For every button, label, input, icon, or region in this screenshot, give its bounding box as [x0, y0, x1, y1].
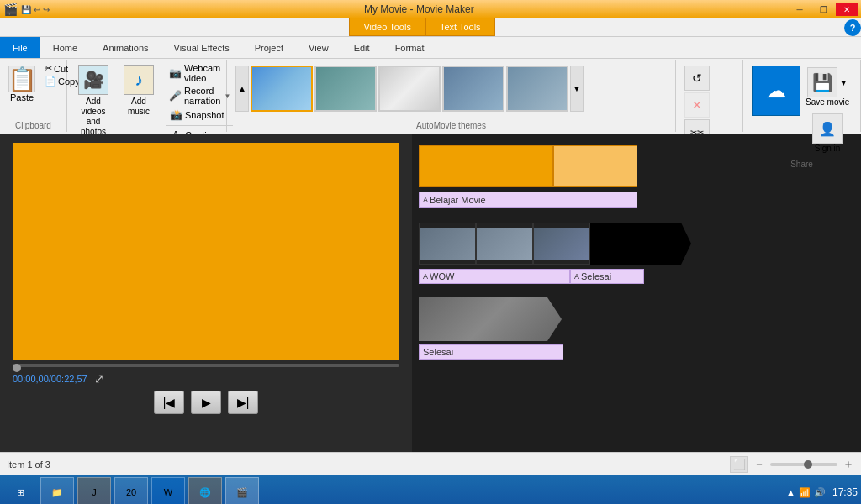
- cut-label: Cut: [54, 64, 68, 74]
- copy-icon: 📄: [45, 76, 56, 87]
- themes-content: ▲ ▼: [232, 62, 587, 115]
- seek-bar[interactable]: [13, 364, 399, 367]
- rotate-left-button[interactable]: ↺: [684, 66, 710, 91]
- preview-panel: 00:00,00/00:22,57 ⤢ |◀ ▶ ▶|: [0, 134, 412, 452]
- selesai-label-2: Selesai: [419, 344, 563, 360]
- add-videos-button[interactable]: 🎥 Add videos and photos: [72, 62, 114, 139]
- webcam-button[interactable]: 📷 Webcam video: [166, 62, 233, 84]
- seek-thumb[interactable]: [13, 364, 21, 372]
- record-narration-button[interactable]: 🎤 Record narration ▼: [166, 85, 233, 107]
- zoom-thumb[interactable]: [804, 460, 812, 469]
- add-music-button[interactable]: ♪ Add music: [118, 62, 160, 119]
- tab-visual-effects[interactable]: Visual Effects: [161, 37, 242, 58]
- taskbar-app-folder[interactable]: 📁: [40, 477, 74, 504]
- zoom-in-button[interactable]: ＋: [843, 457, 854, 472]
- tab-text-tools[interactable]: Text Tools: [425, 18, 495, 36]
- theme-5[interactable]: [506, 66, 568, 112]
- window-title: My Movie - Movie Maker: [364, 3, 474, 15]
- preview-controls: 00:00,00/00:22,57 ⤢: [13, 372, 399, 386]
- restore-button[interactable]: ❐: [812, 3, 834, 16]
- snapshot-icon: 📸: [169, 108, 182, 122]
- theme-5-preview: [508, 67, 567, 110]
- system-tray: ▲ 📶 🔊: [786, 487, 826, 498]
- theme-3[interactable]: [378, 66, 441, 112]
- delete-button[interactable]: ✕: [684, 92, 710, 118]
- status-bar: Item 1 of 3 ⬜ － ＋: [0, 452, 861, 475]
- webcam-label: Webcam video: [184, 63, 230, 83]
- add-music-icon: ♪: [124, 65, 154, 95]
- record-narration-label: Record narration: [184, 86, 221, 106]
- system-clock[interactable]: 17:35: [832, 486, 858, 498]
- zoom-slider[interactable]: [770, 463, 837, 466]
- clip-orange-1[interactable]: [419, 145, 553, 187]
- theme-1-preview: [252, 67, 311, 110]
- film-frame-1[interactable]: [419, 223, 476, 265]
- taskbar-app-browser[interactable]: 🌐: [188, 477, 222, 504]
- tab-edit[interactable]: Edit: [341, 37, 383, 58]
- taskbar: ⊞ 📁 J 20 W 🌐 🎬 ▲ 📶 🔊 17:35: [0, 475, 861, 504]
- paste-label: Paste: [10, 92, 34, 102]
- wow-selesai-captions: A WOW A Selesai: [419, 269, 854, 284]
- clipboard-section-title: Clipboard: [5, 119, 61, 130]
- taskbar-app-2[interactable]: J: [77, 477, 111, 504]
- snapshot-button[interactable]: 📸 Snapshot: [166, 108, 233, 123]
- pending-clip[interactable]: [419, 297, 562, 341]
- tab-animations[interactable]: Animations: [90, 37, 161, 58]
- status-right: ⬜ － ＋: [730, 456, 854, 473]
- selesai-text: Selesai: [423, 347, 453, 357]
- tab-format[interactable]: Format: [383, 37, 437, 58]
- microphone-icon: 🎤: [169, 89, 182, 102]
- taskbar-app-20[interactable]: 20: [114, 477, 148, 504]
- add-music-label: Add music: [120, 97, 157, 117]
- tab-home[interactable]: Home: [40, 37, 90, 58]
- fit-to-window-button[interactable]: ⬜: [730, 456, 748, 473]
- save-movie-button[interactable]: 💾 ▼ Save movie: [804, 66, 851, 108]
- taskbar-app-word[interactable]: W: [151, 477, 185, 504]
- save-movie-dropdown[interactable]: ▼: [839, 78, 848, 87]
- themes-scroll-down[interactable]: ▼: [570, 66, 584, 112]
- paste-button[interactable]: 📋 Paste: [5, 62, 39, 106]
- tab-file[interactable]: File: [0, 37, 40, 58]
- playback-buttons: |◀ ▶ ▶|: [154, 391, 258, 414]
- onedrive-button[interactable]: ☁: [752, 66, 800, 116]
- context-tab-bar: Video Tools Text Tools ?: [0, 18, 861, 37]
- start-button[interactable]: ⊞: [3, 477, 37, 504]
- tab-project[interactable]: Project: [242, 37, 296, 58]
- webcam-icon: 📷: [169, 66, 182, 80]
- black-arrow-clip[interactable]: [590, 223, 691, 265]
- clip-orange-light-1[interactable]: [553, 145, 637, 187]
- themes-scroll-up[interactable]: ▲: [235, 66, 249, 112]
- theme-3-preview: [380, 67, 439, 110]
- ribbon-tab-bar: File Home Animations Visual Effects Proj…: [0, 37, 861, 59]
- expand-button[interactable]: ⤢: [94, 372, 104, 386]
- rewind-button[interactable]: |◀: [154, 391, 184, 414]
- share-section-title: Share: [748, 158, 855, 169]
- play-button[interactable]: ▶: [191, 391, 221, 414]
- help-button[interactable]: ?: [844, 19, 861, 36]
- film-frame-3[interactable]: [533, 223, 590, 265]
- tab-view[interactable]: View: [296, 37, 341, 58]
- minimize-button[interactable]: ─: [789, 3, 811, 16]
- tab-video-tools[interactable]: Video Tools: [349, 18, 425, 36]
- theme-4[interactable]: [442, 66, 504, 112]
- taskbar-app-movie[interactable]: 🎬: [225, 477, 259, 504]
- theme-1[interactable]: [251, 66, 313, 112]
- fast-forward-button[interactable]: ▶|: [228, 391, 258, 414]
- film-frame-2[interactable]: [476, 223, 533, 265]
- close-button[interactable]: ✕: [836, 3, 858, 16]
- item-count: Item 1 of 3: [7, 459, 50, 470]
- theme-2[interactable]: [314, 66, 377, 112]
- paste-icon: 📋: [8, 66, 35, 92]
- timeline-row-2: A WOW A Selesai: [419, 218, 854, 284]
- theme-4-preview: [444, 67, 503, 110]
- save-movie-label: Save movie: [806, 97, 849, 107]
- clip-track-3: [419, 294, 854, 344]
- theme-2-preview: [316, 67, 375, 110]
- tray-chevron[interactable]: ▲: [786, 487, 795, 497]
- clip-track-2: [419, 218, 854, 269]
- title-bar-left: 🎬 💾 ↩ ↪: [3, 3, 50, 16]
- zoom-out-button[interactable]: －: [753, 457, 765, 472]
- sign-in-button[interactable]: 👤 Sign in: [804, 112, 851, 155]
- title-bar: 🎬 💾 ↩ ↪ My Movie - Movie Maker ─ ❐ ✕: [0, 0, 861, 18]
- ribbon-content: 📋 Paste ✂ Cut 📄 Copy Clipboard 🎥 Add vid…: [0, 59, 861, 134]
